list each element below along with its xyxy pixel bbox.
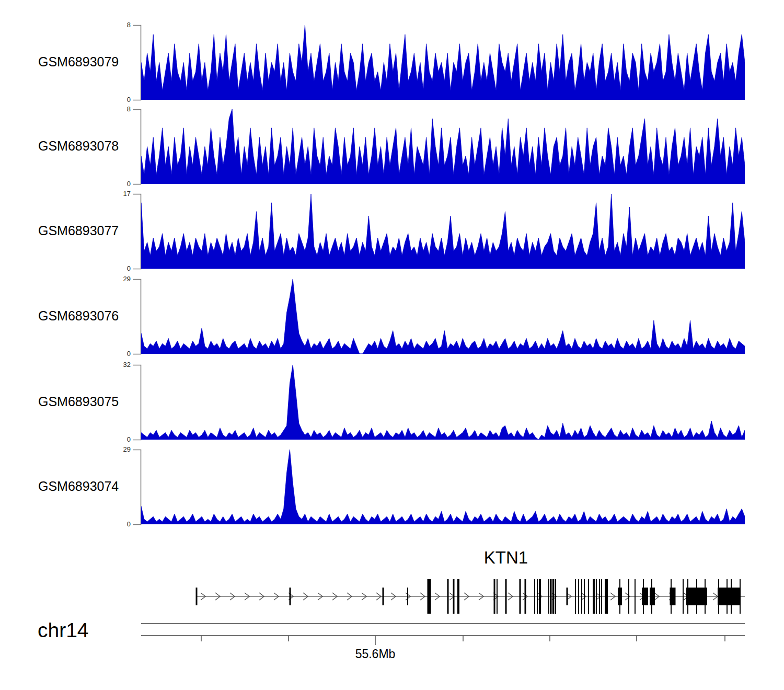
exon-box [520, 579, 521, 614]
exon-box [505, 579, 507, 614]
exon-box [718, 579, 719, 614]
exon-box [687, 579, 688, 614]
exon-box [447, 579, 449, 614]
exon-box [453, 579, 455, 614]
exon-box [671, 579, 672, 614]
exon-box [539, 579, 540, 614]
exon-box [642, 588, 648, 605]
exon-box [605, 579, 606, 614]
exon-box [494, 579, 495, 614]
exon-box [581, 579, 582, 614]
exon-box [606, 579, 608, 614]
gene-model-and-ruler-graphics [0, 0, 784, 690]
exon-box [540, 579, 541, 614]
exon-box [550, 579, 551, 614]
exon-box [534, 579, 535, 614]
exon-box [727, 579, 728, 614]
exon-box [588, 579, 589, 614]
exon-box [635, 579, 636, 614]
exon-box [696, 579, 697, 614]
exon-box [575, 579, 576, 614]
exon-box [578, 579, 579, 614]
exon-box [567, 588, 568, 605]
exon-box [643, 579, 644, 614]
exon-box [525, 579, 526, 614]
exon-box [457, 579, 459, 614]
exon-box [537, 579, 538, 614]
exon-box [718, 588, 741, 605]
ruler-tick-label: 55.6Mb [333, 647, 417, 661]
exon-box [196, 588, 198, 605]
genome-browser-figure: GSM689307980GSM689307880GSM6893077170GSM… [0, 0, 784, 690]
exon-box [601, 579, 602, 614]
exon-box [599, 579, 600, 614]
exon-box [596, 579, 597, 614]
exon-box [651, 579, 652, 614]
exon-box [383, 588, 384, 605]
exon-box [740, 579, 741, 614]
exon-box [594, 579, 595, 614]
exon-box [683, 579, 684, 614]
exon-box [628, 579, 629, 614]
exon-box [548, 579, 549, 614]
exon-box [428, 579, 431, 614]
exon-box [619, 579, 620, 614]
exon-box [584, 579, 585, 614]
chromosome-label: chr14 [38, 619, 89, 642]
exon-box [555, 579, 556, 614]
exon-box [731, 579, 732, 614]
exon-box [497, 579, 498, 614]
exon-box [705, 579, 706, 614]
exon-box [290, 588, 291, 605]
exon-box [407, 588, 408, 605]
exon-box [553, 579, 555, 614]
exon-box [551, 579, 552, 614]
exon-box [593, 579, 594, 614]
